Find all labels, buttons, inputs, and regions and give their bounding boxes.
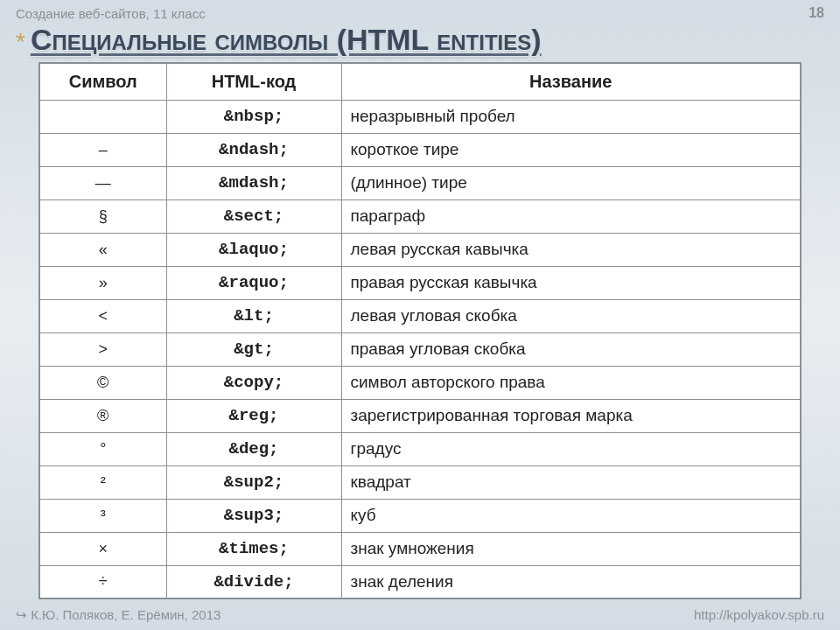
entities-table: Символ HTML-код Название &nbsp;неразрывн…: [38, 62, 802, 599]
table-row: ©&copy;символ авторского права: [39, 366, 801, 399]
table-row: §&sect;параграф: [39, 200, 801, 233]
table-row: «&laquo;левая русская кавычка: [39, 233, 801, 266]
title-row: * Специальные символы (HTML entities): [0, 21, 840, 62]
cell-code: &divide;: [166, 565, 341, 598]
table-row: °&deg;градус: [39, 432, 801, 466]
footer-url: http://kpolyakov.spb.ru: [694, 607, 824, 623]
cell-symbol: >: [39, 332, 166, 366]
cell-code: &lt;: [166, 299, 341, 332]
table-row: ÷&divide;знак деления: [39, 565, 801, 598]
cell-name: короткое тире: [341, 133, 801, 166]
table-header-row: Символ HTML-код Название: [39, 63, 801, 100]
cell-code: &copy;: [166, 366, 341, 399]
cell-symbol: ®: [39, 399, 166, 432]
cell-symbol: °: [39, 432, 166, 466]
cell-code: &ndash;: [166, 133, 341, 166]
cell-name: неразрывный пробел: [341, 100, 801, 133]
table-row: ×&times;знак умножения: [39, 532, 801, 565]
cell-code: &gt;: [166, 332, 341, 366]
table-row: –&ndash;короткое тире: [39, 133, 801, 166]
header-name: Название: [341, 63, 801, 100]
cell-symbol: §: [39, 200, 166, 233]
cell-symbol: ÷: [39, 565, 166, 598]
cell-name: правая русская кавычка: [341, 266, 801, 299]
cell-symbol: [39, 100, 166, 133]
slide-header: Создание веб-сайтов, 11 класс 18: [0, 0, 840, 21]
cell-code: &times;: [166, 532, 341, 565]
table-row: »&raquo;правая русская кавычка: [39, 266, 801, 299]
page-number: 18: [808, 5, 824, 21]
cell-symbol: <: [39, 299, 166, 332]
cell-code: &deg;: [166, 432, 341, 466]
cell-code: &raquo;: [166, 266, 341, 299]
table-row: ²&sup2;квадрат: [39, 466, 801, 499]
cell-symbol: —: [39, 166, 166, 200]
cell-name: (длинное) тире: [341, 166, 801, 200]
cell-name: символ авторского права: [341, 366, 801, 399]
cell-code: &laquo;: [166, 233, 341, 266]
cell-name: куб: [341, 499, 801, 532]
table-row: &nbsp;неразрывный пробел: [39, 100, 801, 133]
cell-name: зарегистрированная торговая марка: [341, 399, 801, 432]
cell-code: &sup3;: [166, 499, 341, 532]
cell-code: &nbsp;: [166, 100, 341, 133]
cell-code: &mdash;: [166, 166, 341, 200]
cell-symbol: ³: [39, 499, 166, 532]
cell-symbol: ©: [39, 366, 166, 399]
cell-code: &sect;: [166, 200, 341, 233]
cell-code: &sup2;: [166, 466, 341, 499]
table-row: —&mdash;(длинное) тире: [39, 166, 801, 200]
cell-name: квадрат: [341, 466, 801, 499]
table-row: ³&sup3;куб: [39, 499, 801, 532]
header-code: HTML-код: [166, 63, 341, 100]
cell-symbol: –: [39, 133, 166, 166]
table-row: ®&reg;зарегистрированная торговая марка: [39, 399, 801, 432]
table-row: >&gt;правая угловая скобка: [39, 332, 801, 366]
cell-code: &reg;: [166, 399, 341, 432]
cell-symbol: «: [39, 233, 166, 266]
table-container: Символ HTML-код Название &nbsp;неразрывн…: [0, 62, 840, 599]
footer-author: ↪ К.Ю. Поляков, Е. Ерёмин, 2013: [16, 607, 220, 623]
cell-name: левая угловая скобка: [341, 299, 801, 332]
cell-symbol: ×: [39, 532, 166, 565]
cell-name: параграф: [341, 200, 801, 233]
bullet-icon: *: [16, 30, 25, 54]
table-row: <&lt;левая угловая скобка: [39, 299, 801, 332]
cell-name: знак деления: [341, 565, 801, 598]
cell-name: градус: [341, 432, 801, 466]
cell-symbol: »: [39, 266, 166, 299]
course-label: Создание веб-сайтов, 11 класс: [16, 6, 206, 21]
slide-title: Специальные символы (HTML entities): [31, 23, 542, 57]
slide-footer: ↪ К.Ю. Поляков, Е. Ерёмин, 2013 http://k…: [0, 607, 840, 623]
cell-name: левая русская кавычка: [341, 233, 801, 266]
cell-name: правая угловая скобка: [341, 332, 801, 366]
cell-name: знак умножения: [341, 532, 801, 565]
cell-symbol: ²: [39, 466, 166, 499]
header-symbol: Символ: [39, 63, 166, 100]
